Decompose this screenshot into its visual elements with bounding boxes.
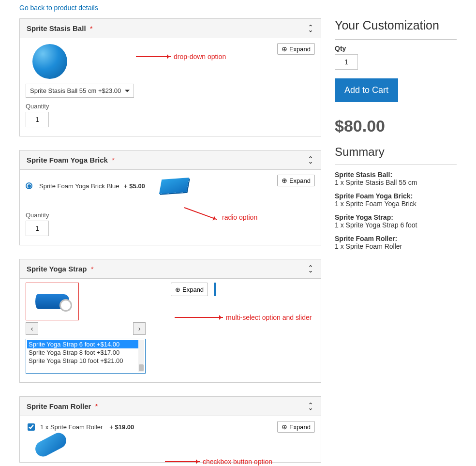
strap-thumbnail[interactable] <box>26 283 79 320</box>
strap-image <box>35 294 69 309</box>
qty-label: Qty <box>335 45 457 52</box>
summary-item-value: 1 x Sprite Yoga Strap 6 foot <box>335 221 457 229</box>
ball-image <box>32 44 67 79</box>
option-yoga-brick: Sprite Foam Yoga Brick * ⌃⌄ ⊕ Expand Spr… <box>19 150 321 245</box>
radio-text: Sprite Foam Yoga Brick Blue <box>39 182 119 190</box>
option-title: Sprite Foam Yoga Brick <box>27 156 108 164</box>
zoom-in-icon: ⊕ <box>282 177 287 184</box>
expand-label: Expand <box>182 286 204 293</box>
annotation-text: radio option <box>222 213 257 221</box>
sort-handle-icon[interactable]: ⌃⌄ <box>307 157 314 163</box>
brick-radio[interactable] <box>26 182 32 189</box>
summary-item: Sprite Foam Yoga Brick: 1 x Sprite Foam … <box>335 192 457 208</box>
checkbox-price: + $19.00 <box>109 423 134 431</box>
select-value: Sprite Stasis Ball 55 cm +$23.00 <box>30 87 121 94</box>
quantity-label: Quantity <box>26 103 315 110</box>
option-title: Sprite Stasis Ball <box>27 24 86 32</box>
required-star: * <box>91 265 94 273</box>
summary-title: Summary <box>335 145 457 165</box>
ball-variant-select[interactable]: Sprite Stasis Ball 55 cm +$23.00 <box>26 84 134 98</box>
expand-label: Expand <box>289 45 311 53</box>
option-yoga-strap: Sprite Yoga Strap * ⌃⌄ ‹ › <box>19 259 321 383</box>
back-to-product-link[interactable]: Go back to product details <box>19 4 98 12</box>
summary-item-title: Sprite Foam Roller: <box>335 235 457 242</box>
summary-item-title: Sprite Stasis Ball: <box>335 171 457 179</box>
slider-prev-button[interactable]: ‹ <box>26 322 38 335</box>
zoom-in-icon: ⊕ <box>282 423 287 431</box>
scrollbar[interactable] <box>138 340 144 372</box>
total-price: $80.00 <box>335 117 457 135</box>
expand-label: Expand <box>289 423 311 431</box>
summary-item-value: 1 x Sprite Stasis Ball 55 cm <box>335 179 457 186</box>
slider-edge-indicator <box>214 283 216 296</box>
expand-label: Expand <box>289 177 311 184</box>
checkbox-label: 1 x Sprite Foam Roller <box>40 423 103 431</box>
sort-handle-icon[interactable]: ⌃⌄ <box>307 404 314 409</box>
summary-item-title: Sprite Yoga Strap: <box>335 213 457 221</box>
brick-radio-label: Sprite Foam Yoga Brick Blue + $5.00 <box>39 182 145 190</box>
option-foam-roller: Sprite Foam Roller * ⌃⌄ ⊕ Expand 1 x Spr… <box>19 396 321 463</box>
strap-multiselect[interactable]: Sprite Yoga Strap 6 foot +$14.00 Sprite … <box>26 339 146 374</box>
sort-handle-icon[interactable]: ⌃⌄ <box>307 266 314 272</box>
option-stasis-ball: Sprite Stasis Ball * ⌃⌄ ⊕ Expand drop-do… <box>19 18 321 136</box>
required-star: * <box>112 156 115 164</box>
option-title: Sprite Yoga Strap <box>27 265 87 273</box>
annotation-multi: multi-select option and slider <box>175 314 312 321</box>
sidebar-title: Your Customization <box>335 18 457 40</box>
brick-quantity-input[interactable] <box>26 221 49 236</box>
expand-button[interactable]: ⊕ Expand <box>171 283 208 296</box>
multiselect-option[interactable]: Sprite Yoga Strap 6 foot +$14.00 <box>27 340 144 348</box>
multiselect-option[interactable]: Sprite Yoga Strap 8 foot +$17.00 <box>27 348 144 357</box>
option-header: Sprite Stasis Ball * ⌃⌄ <box>20 19 321 38</box>
radio-price: + $5.00 <box>124 182 145 190</box>
customization-sidebar: Your Customization Qty Add to Cart $80.0… <box>335 18 457 256</box>
zoom-in-icon: ⊕ <box>175 286 180 293</box>
annotation-text: drop-down option <box>174 53 226 60</box>
ball-quantity-input[interactable] <box>26 112 49 127</box>
expand-button[interactable]: ⊕ Expand <box>277 421 315 433</box>
multiselect-option[interactable]: Sprite Yoga Strap 10 foot +$21.00 <box>27 357 144 365</box>
annotation-text: multi-select option and slider <box>226 314 312 321</box>
option-header: Sprite Foam Yoga Brick * ⌃⌄ <box>20 150 321 170</box>
summary-item-value: 1 x Sprite Foam Yoga Brick <box>335 200 457 208</box>
expand-button[interactable]: ⊕ Expand <box>277 175 315 186</box>
summary-item: Sprite Stasis Ball: 1 x Sprite Stasis Ba… <box>335 171 457 186</box>
sort-handle-icon[interactable]: ⌃⌄ <box>307 26 314 31</box>
option-title: Sprite Foam Roller <box>27 402 91 410</box>
required-star: * <box>90 24 93 32</box>
slider-next-button[interactable]: › <box>133 322 146 335</box>
required-star: * <box>95 402 98 410</box>
arrow-icon <box>165 461 200 462</box>
annotation-dropdown: drop-down option <box>136 53 226 60</box>
expand-button[interactable]: ⊕ Expand <box>277 43 315 55</box>
roller-image <box>32 430 69 459</box>
summary-item-value: 1 x Sprite Foam Roller <box>335 242 457 250</box>
summary-item: Sprite Yoga Strap: 1 x Sprite Yoga Strap… <box>335 213 457 229</box>
annotation-checkbox: checkbox button option <box>165 458 272 466</box>
option-header: Sprite Foam Roller * ⌃⌄ <box>20 397 321 416</box>
sidebar-qty-input[interactable] <box>335 54 358 70</box>
annotation-radio: radio option <box>184 204 257 211</box>
roller-checkbox[interactable] <box>28 423 35 431</box>
annotation-text: checkbox button option <box>203 458 272 466</box>
arrow-icon <box>136 56 171 57</box>
arrow-icon <box>175 317 223 318</box>
zoom-in-icon: ⊕ <box>282 45 287 53</box>
brick-image <box>159 178 189 194</box>
quantity-label: Quantity <box>26 211 315 219</box>
add-to-cart-button[interactable]: Add to Cart <box>335 78 398 102</box>
summary-item: Sprite Foam Roller: 1 x Sprite Foam Roll… <box>335 235 457 250</box>
option-header: Sprite Yoga Strap * ⌃⌄ <box>20 259 321 279</box>
summary-item-title: Sprite Foam Yoga Brick: <box>335 192 457 200</box>
